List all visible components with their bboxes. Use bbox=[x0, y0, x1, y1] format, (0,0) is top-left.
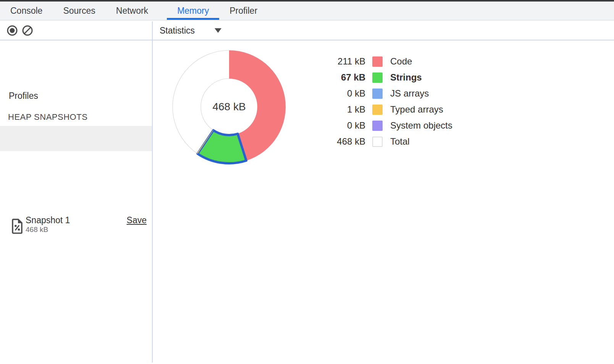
record-icon bbox=[6, 25, 18, 36]
legend-row-js-arrays[interactable]: 0 kB JS arrays bbox=[323, 85, 452, 101]
legend-value: 0 kB bbox=[323, 88, 365, 99]
legend-swatch-typed-arrays bbox=[372, 105, 383, 115]
legend-swatch-strings bbox=[372, 72, 383, 83]
legend-label: JS arrays bbox=[390, 88, 429, 99]
sidebar-divider[interactable] bbox=[152, 21, 153, 362]
legend-swatch-code bbox=[372, 56, 383, 67]
clear-profiles-button[interactable] bbox=[22, 25, 33, 36]
snapshot-size: 468 kB bbox=[26, 225, 48, 234]
legend-label: System objects bbox=[390, 120, 452, 131]
legend-label: Strings bbox=[390, 72, 422, 83]
tab-profiler[interactable]: Profiler bbox=[219, 2, 268, 20]
record-button[interactable] bbox=[6, 25, 18, 36]
donut-inner-outline bbox=[201, 79, 257, 135]
legend-swatch-total bbox=[372, 137, 383, 147]
legend-value: 0 kB bbox=[323, 120, 365, 131]
heap-statistics-legend: 211 kB Code 67 kB Strings 0 kB JS arrays… bbox=[323, 53, 452, 150]
perspective-select[interactable]: Statistics bbox=[160, 26, 221, 36]
legend-value: 1 kB bbox=[323, 104, 365, 115]
legend-row-code[interactable]: 211 kB Code bbox=[323, 53, 452, 69]
legend-swatch-system-objects bbox=[372, 121, 383, 131]
legend-label: Total bbox=[390, 136, 410, 147]
donut-segment-strings[interactable] bbox=[198, 130, 246, 163]
heap-snapshots-group-title: HEAP SNAPSHOTS bbox=[8, 112, 87, 122]
tab-console[interactable]: Console bbox=[0, 2, 53, 20]
legend-value: 67 kB bbox=[323, 72, 365, 83]
sidebar-item-snapshot-1[interactable]: Snapshot 1 468 kB Save bbox=[0, 126, 152, 151]
legend-row-system-objects[interactable]: 0 kB System objects bbox=[323, 118, 452, 134]
tab-sources[interactable]: Sources bbox=[53, 2, 105, 20]
legend-label: Typed arrays bbox=[390, 104, 443, 115]
perspective-select-value: Statistics bbox=[160, 26, 195, 36]
donut-svg bbox=[168, 46, 290, 168]
legend-row-total[interactable]: 468 kB Total bbox=[323, 134, 452, 150]
legend-value: 468 kB bbox=[323, 136, 365, 147]
devtools-tab-bar: Console Sources Network Memory Profiler bbox=[0, 2, 614, 21]
heap-statistics-donut-chart: 468 kB bbox=[168, 46, 290, 168]
snapshot-title: Snapshot 1 bbox=[26, 215, 70, 225]
tab-memory[interactable]: Memory bbox=[167, 2, 219, 20]
profiles-sidebar: Profiles HEAP SNAPSHOTS Snapshot 1 468 k… bbox=[0, 40, 152, 364]
tab-network[interactable]: Network bbox=[106, 2, 158, 20]
save-snapshot-link[interactable]: Save bbox=[127, 215, 147, 225]
heap-snapshot-file-icon bbox=[11, 219, 23, 234]
legend-value: 211 kB bbox=[323, 56, 365, 67]
memory-view-toolbar: Statistics bbox=[153, 21, 614, 40]
sidebar-title: Profiles bbox=[9, 91, 38, 101]
legend-row-strings[interactable]: 67 kB Strings bbox=[323, 69, 452, 85]
profiles-toolbar bbox=[0, 21, 152, 40]
legend-row-typed-arrays[interactable]: 1 kB Typed arrays bbox=[323, 101, 452, 118]
clear-icon bbox=[22, 25, 33, 36]
chevron-down-icon bbox=[215, 28, 221, 33]
legend-label: Code bbox=[390, 56, 412, 67]
legend-swatch-js-arrays bbox=[372, 89, 383, 99]
